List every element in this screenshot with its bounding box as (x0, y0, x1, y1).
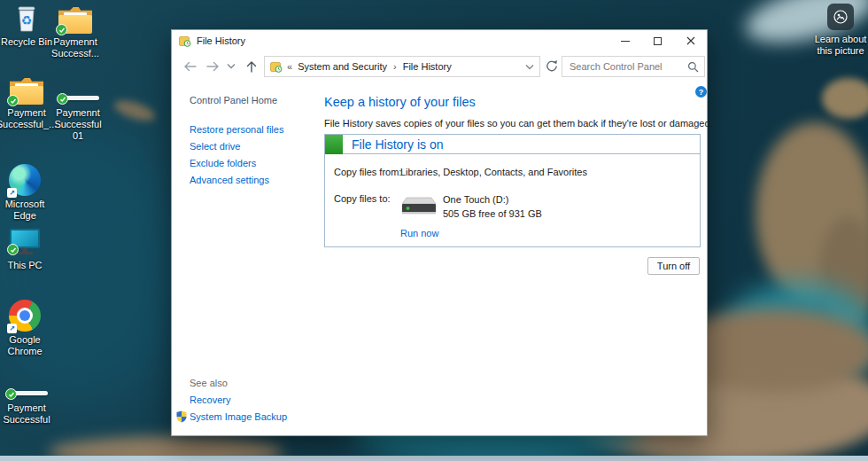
refresh-button[interactable] (545, 59, 559, 74)
breadcrumb-prefix[interactable]: « (287, 61, 292, 72)
drive-capacity: 505 GB free of 931 GB (443, 208, 542, 219)
drive-name: One Touch (D:) (443, 194, 508, 205)
sidebar-item-advanced-settings[interactable]: Advanced settings (190, 175, 269, 185)
desktop-icon-payment-successful[interactable]: Payment Successful (0, 382, 56, 426)
desktop-icon-label: Recycle Bin (1, 36, 52, 48)
file-bar-icon (57, 92, 99, 105)
wallpaper-land-right-2 (819, 217, 868, 328)
file-history-status-panel: File History is on Copy files from: Libr… (324, 134, 701, 247)
close-icon (686, 36, 695, 45)
check-badge-icon (5, 388, 17, 400)
desktop-icon-label: Microsoft Edge (0, 199, 54, 222)
status-on-indicator (325, 135, 343, 154)
check-badge-icon (56, 24, 67, 35)
search-box (562, 56, 705, 77)
help-button[interactable]: ? (695, 86, 707, 98)
folder-icon (10, 78, 43, 105)
file-history-window: File History (171, 29, 708, 436)
uac-shield-icon (176, 410, 187, 423)
wallpaper-lagoon (722, 282, 868, 390)
recent-locations-chevron[interactable] (227, 63, 236, 69)
spotlight-label: Learn about this picture (813, 34, 868, 57)
copy-from-value: Libraries, Desktop, Contacts, and Favori… (400, 167, 587, 177)
wallpaper-land-right (756, 122, 868, 304)
copy-from-label: Copy files from: (334, 167, 401, 177)
folder-icon (58, 7, 92, 34)
status-title: File History is on (352, 137, 443, 152)
shortcut-arrow-icon: ↗ (7, 188, 17, 198)
minimize-icon (621, 41, 630, 42)
up-button[interactable] (244, 59, 259, 74)
breadcrumb-file-history[interactable]: File History (403, 61, 452, 72)
forward-button[interactable] (205, 59, 221, 74)
file-history-icon (270, 61, 283, 73)
desktop-icon-paymennt-successf[interactable]: Paymennt Successf... (46, 4, 105, 59)
maximize-button[interactable] (641, 30, 674, 51)
search-input[interactable] (568, 60, 687, 73)
search-icon[interactable] (687, 61, 699, 73)
status-header: File History is on (325, 135, 700, 154)
desktop-icon-payment-successful-u[interactable]: Payment Successful_... (0, 74, 56, 130)
breadcrumb-separator: › (393, 61, 397, 72)
desktop: ♻ Recycle Bin Paymennt Successf... Pay (0, 0, 868, 461)
check-badge-icon (57, 93, 68, 105)
maximize-icon (654, 37, 662, 45)
svg-text:♻: ♻ (21, 13, 33, 27)
desktop-icon-google-chrome[interactable]: ↗ Google Chrome (0, 298, 54, 357)
desktop-icon-label: Google Chrome (0, 334, 54, 357)
minimize-button[interactable] (608, 30, 641, 51)
desktop-icon-label: Paymennt Successf... (46, 36, 105, 59)
wallpaper-islet (112, 97, 157, 125)
desktop-icon-label: Payment Successful (0, 402, 56, 426)
address-dropdown-chevron[interactable] (525, 64, 534, 70)
breadcrumb-system-and-security[interactable]: System and Security (298, 61, 387, 72)
title-bar[interactable]: File History (172, 30, 707, 51)
wallpaper-shore-strip (0, 456, 868, 461)
navigation-toolbar: « System and Security › File History (172, 51, 707, 82)
desktop-icon-paymennt-successful-01[interactable]: Paymennt Successful 01 (49, 85, 107, 142)
recycle-bin-icon: ♻ (12, 4, 41, 34)
wallpaper-island (822, 78, 868, 119)
address-bar[interactable]: « System and Security › File History (264, 56, 540, 77)
page-description: File History saves copies of your files … (324, 118, 713, 129)
sidebar-item-exclude-folders[interactable]: Exclude folders (190, 158, 256, 168)
close-button[interactable] (674, 30, 707, 51)
copy-to-label: Copy files to: (334, 193, 391, 204)
sidebar-item-select-drive[interactable]: Select drive (190, 141, 240, 152)
check-badge-icon (7, 95, 19, 106)
sidebar-see-also-heading: See also (190, 378, 228, 388)
desktop-icon-this-pc[interactable]: This PC (0, 227, 54, 271)
turn-off-button[interactable]: Turn off (647, 257, 700, 275)
sidebar-item-system-image-backup[interactable]: System Image Backup (190, 411, 287, 422)
spotlight-widget: Learn about this picture (813, 4, 868, 57)
picture-icon (833, 9, 849, 25)
file-history-icon (179, 35, 191, 47)
back-button[interactable] (182, 59, 198, 74)
run-now-link[interactable]: Run now (400, 228, 438, 238)
shortcut-arrow-icon: ↗ (7, 324, 17, 333)
learn-about-picture-button[interactable] (827, 4, 854, 30)
desktop-icon-label: Paymennt Successful 01 (49, 107, 107, 142)
sidebar-item-recovery[interactable]: Recovery (190, 395, 230, 405)
window-title: File History (197, 35, 245, 46)
sidebar-item-control-panel-home[interactable]: Control Panel Home (190, 95, 277, 105)
desktop-icon-microsoft-edge[interactable]: ↗ Microsoft Edge (0, 162, 54, 222)
sidebar-item-restore-personal-files[interactable]: Restore personal files (190, 124, 283, 135)
file-bar-icon (5, 387, 48, 400)
desktop-icon-label: This PC (7, 260, 42, 271)
external-drive-icon (400, 193, 438, 217)
page-title: Keep a history of your files (324, 95, 476, 109)
check-badge-icon (7, 244, 19, 255)
